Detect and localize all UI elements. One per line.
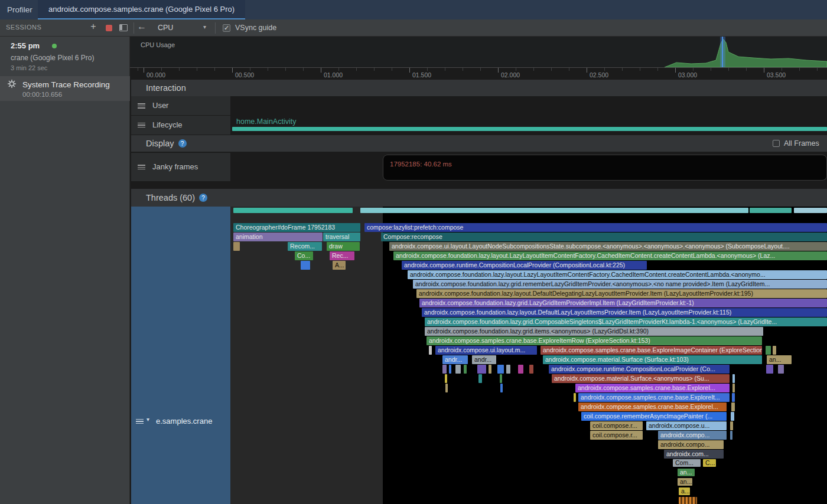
thread-state-bar[interactable] bbox=[750, 208, 792, 213]
flame-bar[interactable]: androidx.compose.foundation.lazy.layout.… bbox=[422, 308, 827, 317]
lifecycle-track-label[interactable]: Lifecycle bbox=[131, 116, 230, 135]
flame-bar[interactable]: Com... bbox=[673, 459, 701, 467]
flame-bar[interactable]: androidx.compose.material.Surface.<anony… bbox=[552, 374, 730, 383]
flame-bar[interactable]: androidx.compo... bbox=[658, 440, 724, 449]
drag-handle-icon[interactable] bbox=[136, 419, 144, 424]
flame-bar[interactable] bbox=[429, 346, 432, 355]
flame-bar[interactable] bbox=[730, 421, 733, 430]
flame-bar[interactable]: androidx.compose.samples.crane.base.Expl… bbox=[575, 384, 730, 392]
flame-bar[interactable]: Recom... bbox=[288, 242, 322, 251]
stop-recording-button[interactable] bbox=[106, 25, 112, 31]
drag-handle-icon[interactable] bbox=[138, 103, 145, 109]
flame-bar[interactable] bbox=[445, 384, 448, 392]
flame-bar[interactable] bbox=[766, 346, 771, 355]
flame-bar[interactable]: androidx.com... bbox=[664, 450, 724, 459]
flame-bar[interactable] bbox=[497, 365, 504, 374]
flame-bar[interactable]: a... bbox=[679, 487, 690, 495]
flame-bar[interactable] bbox=[506, 365, 510, 374]
flame-bar[interactable] bbox=[477, 365, 486, 374]
all-frames-checkbox[interactable] bbox=[773, 140, 780, 147]
flame-bar[interactable] bbox=[730, 431, 732, 440]
flame-bar[interactable]: androidx.compose.samples.crane.base.Expl… bbox=[578, 402, 727, 411]
flame-bar[interactable] bbox=[455, 365, 461, 374]
add-session-button[interactable]: + bbox=[88, 21, 99, 32]
flame-bar[interactable] bbox=[233, 242, 240, 251]
flame-bar[interactable]: androidx.compose.foundation.lazy.layout.… bbox=[416, 289, 827, 298]
flame-bar[interactable] bbox=[500, 374, 502, 383]
flame-bar[interactable] bbox=[731, 402, 735, 411]
flame-bar[interactable]: androidx.compose.foundation.lazy.grid.Co… bbox=[425, 318, 827, 326]
flame-bar[interactable]: draw bbox=[327, 242, 360, 251]
expand-caret-icon[interactable]: ▾ bbox=[146, 416, 149, 423]
flame-bar[interactable] bbox=[773, 346, 776, 355]
flame-bar[interactable] bbox=[442, 365, 447, 374]
flame-bar[interactable]: androidx.compose.ui.layout.LayoutNodeSub… bbox=[389, 242, 827, 251]
help-icon[interactable]: ? bbox=[178, 139, 187, 148]
drag-handle-icon[interactable] bbox=[138, 123, 145, 128]
flame-bar[interactable]: coil.compose.r... bbox=[590, 431, 643, 440]
flame-bar[interactable] bbox=[445, 374, 447, 383]
flame-bar[interactable]: compose:lazylist:prefetch:compose bbox=[364, 223, 827, 232]
flame-bar[interactable]: androidx.compose.samples.crane.base.Expl… bbox=[541, 346, 762, 355]
flame-bar[interactable]: androidx.compose.foundation.lazy.layout.… bbox=[393, 251, 827, 260]
user-track-label[interactable]: User bbox=[131, 96, 230, 115]
flame-bar[interactable]: androidx.compose.samples.crane.base.Expl… bbox=[578, 393, 730, 402]
flame-bar[interactable]: androidx.compose.foundation.lazy.grid.it… bbox=[425, 327, 763, 336]
flame-bar[interactable] bbox=[464, 365, 467, 374]
flame-bar[interactable]: andr... bbox=[442, 355, 468, 364]
thread-label-column[interactable]: ▾ e.samples.crane bbox=[131, 207, 230, 504]
flame-bar[interactable]: C... bbox=[703, 459, 716, 467]
flame-bar[interactable]: an... bbox=[767, 355, 792, 364]
flame-bar[interactable] bbox=[731, 412, 734, 421]
flame-bar[interactable] bbox=[529, 365, 533, 374]
thread-state-bar[interactable] bbox=[233, 208, 353, 213]
flame-bar[interactable] bbox=[500, 384, 503, 392]
drag-handle-icon[interactable] bbox=[138, 165, 145, 170]
flame-bar[interactable]: Compose:recompose bbox=[381, 233, 827, 241]
help-icon[interactable]: ? bbox=[199, 194, 207, 202]
flame-bar[interactable]: androidx.compose.foundation.lazy.grid.La… bbox=[419, 299, 827, 307]
flame-bar[interactable]: androidx.compose.ui.layout.m... bbox=[435, 346, 537, 355]
flame-bar[interactable] bbox=[679, 497, 697, 504]
flame-bar[interactable] bbox=[574, 393, 576, 402]
flame-bar[interactable]: Co... bbox=[295, 251, 313, 260]
vsync-guide-checkbox[interactable]: ✓ bbox=[223, 24, 230, 32]
flame-bar[interactable] bbox=[766, 365, 773, 374]
flame-bar[interactable] bbox=[778, 365, 784, 374]
thread-state-bar[interactable] bbox=[794, 208, 827, 213]
janky-frame-bar[interactable] bbox=[383, 155, 827, 181]
flame-bar[interactable] bbox=[732, 393, 735, 402]
flame-bar[interactable] bbox=[478, 374, 482, 383]
thread-state-bar[interactable] bbox=[360, 208, 748, 213]
flame-bar[interactable]: androidx.compose.foundation.lazy.grid.re… bbox=[413, 280, 827, 289]
flame-bar[interactable]: A... bbox=[333, 261, 346, 270]
flame-bar[interactable]: androidx.compose.u... bbox=[646, 421, 727, 430]
flame-bar[interactable]: androidx.compose.runtime.CompositionLoca… bbox=[549, 365, 730, 374]
flame-bar[interactable]: androidx.compose.samples.crane.base.Expl… bbox=[426, 336, 762, 345]
flame-bar[interactable]: an... bbox=[678, 469, 695, 476]
back-button[interactable]: ← bbox=[137, 21, 146, 32]
time-ruler[interactable]: 00.00000.50001.00001.50002.00002.50003.0… bbox=[130, 67, 827, 80]
flame-bar[interactable]: andr... bbox=[472, 355, 496, 364]
flame-bar[interactable]: androidx.compo... bbox=[658, 431, 727, 440]
flame-bar[interactable] bbox=[732, 384, 735, 392]
flame-bar[interactable] bbox=[301, 261, 310, 270]
flame-bar[interactable]: androidx.compose.foundation.lazy.layout.… bbox=[408, 270, 827, 279]
flame-bar[interactable]: androidx.compose.material.Surface (Surfa… bbox=[543, 355, 762, 364]
flame-bar[interactable] bbox=[489, 365, 491, 374]
session-time[interactable]: 2:55 pm bbox=[11, 41, 40, 50]
flame-bar[interactable]: coil.compose.rememberAsyncImagePainter (… bbox=[581, 412, 727, 421]
flame-bar[interactable] bbox=[518, 365, 523, 374]
flame-bar[interactable]: coil.compose.r... bbox=[590, 421, 643, 430]
flame-bar[interactable]: an... bbox=[678, 478, 692, 486]
flame-bar[interactable]: Rec... bbox=[330, 251, 354, 260]
flame-bar[interactable]: animation bbox=[233, 233, 323, 241]
lifecycle-activity-bar[interactable] bbox=[232, 127, 827, 131]
session-tab[interactable]: androidx.compose.samples.crane (Google P… bbox=[38, 0, 245, 19]
flame-bar[interactable]: Choreographer#doFrame 17952183 bbox=[233, 223, 360, 232]
flame-bar[interactable]: androidx.compose.runtime.CompositionLoca… bbox=[402, 261, 647, 270]
flame-bar[interactable] bbox=[449, 365, 451, 374]
selection-line[interactable] bbox=[722, 37, 723, 67]
flame-bar[interactable] bbox=[732, 374, 735, 383]
flame-bar[interactable]: traversal bbox=[323, 233, 360, 241]
